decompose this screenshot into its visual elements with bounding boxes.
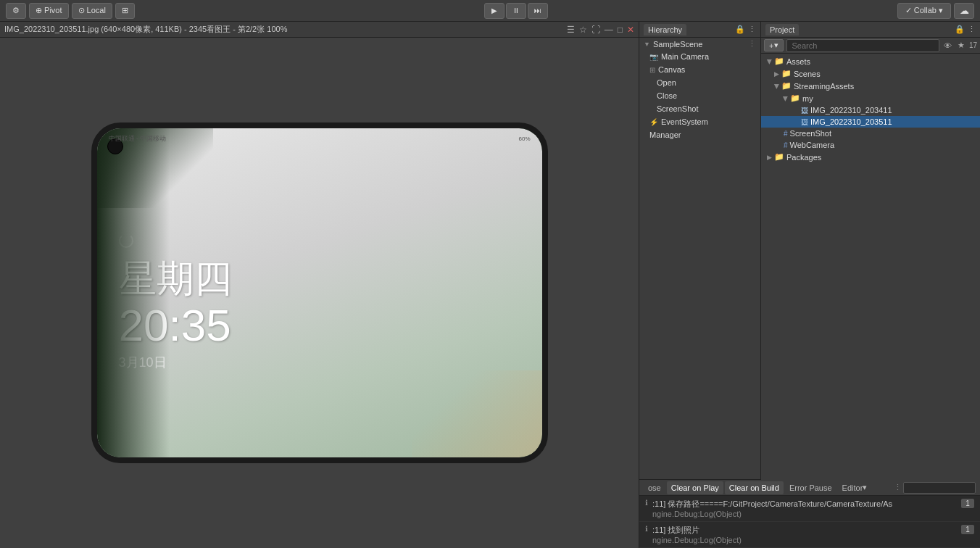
- tree-item-my[interactable]: ▶ 📁 my: [761, 92, 980, 104]
- project-lock-icon[interactable]: 🔒: [955, 25, 965, 34]
- hierarchy-item-label: Open: [657, 78, 676, 87]
- panels-row: Hierarchy 🔒 ⋮ ▼ SampleScene ⋮ 📷 Main Cam…: [639, 22, 980, 480]
- tree-item-label: IMG_2022310_203511: [810, 117, 892, 126]
- tree-item-webcamera[interactable]: # WebCamera: [761, 139, 980, 151]
- tree-item-scenes[interactable]: ▶ 📁 Scenes: [761, 67, 980, 80]
- script-icon: #: [784, 130, 788, 138]
- pause-button[interactable]: ⏸: [506, 3, 526, 19]
- hierarchy-item[interactable]: Manager: [639, 128, 760, 141]
- tree-item-label: ScreenShot: [790, 129, 831, 138]
- add-button[interactable]: + ▾: [764, 39, 784, 51]
- pivot-button[interactable]: ⊕ Pivot: [29, 3, 69, 19]
- item-icon: ⊞: [649, 66, 655, 74]
- folder-icon: 📁: [774, 57, 784, 66]
- viewer-controls: ☰ ☆ ⛶ — □ ✕: [567, 25, 634, 35]
- tree-item-img-203411[interactable]: 🖼 IMG_2022310_203411: [761, 104, 980, 116]
- triangle-icon: ▶: [767, 154, 772, 161]
- eye-icon[interactable]: 👁: [942, 40, 953, 51]
- cloud-button[interactable]: ☁: [954, 3, 974, 19]
- pivot-label: ⊕ Pivot: [36, 6, 62, 15]
- folder-icon: 📁: [781, 81, 792, 91]
- project-search-input[interactable]: [786, 39, 939, 52]
- log-main-text: :11] 找到照片: [652, 525, 957, 536]
- tree-item-img-203511[interactable]: 🖼 IMG_2022310_203511: [761, 116, 980, 128]
- hierarchy-item[interactable]: ⚡ EventSystem: [639, 115, 760, 128]
- log-item-1[interactable]: ℹ :11] 找到照片 ngine.Debug:Log(Object) 1: [639, 522, 980, 548]
- phone-battery: 60%: [518, 136, 530, 142]
- collab-button[interactable]: ✓ Collab ▾: [897, 3, 951, 19]
- project-tab[interactable]: Project: [765, 24, 799, 36]
- play-button[interactable]: ▶: [484, 3, 504, 19]
- viewer-menu-icon[interactable]: ☰: [567, 25, 575, 35]
- left-overlay: [97, 128, 170, 457]
- triangle-open-icon: ▶: [782, 96, 789, 101]
- console-panel: ose Clear on Play Clear on Build Error P…: [639, 480, 980, 548]
- console-close-btn[interactable]: ose: [644, 481, 665, 494]
- tree-item-label: my: [802, 94, 813, 103]
- triangle-icon: ▼: [644, 41, 650, 48]
- scene-name: SampleScene: [653, 40, 703, 49]
- log-sub-text: ngine.Debug:Log(Object): [652, 510, 957, 518]
- collab-label: ✓ Collab: [905, 6, 937, 15]
- step-button[interactable]: ⏭: [528, 3, 548, 19]
- console-content: ℹ :11] 保存路径=====F:/GitProject/CameraText…: [639, 496, 980, 548]
- star-icon[interactable]: ★: [956, 39, 966, 51]
- hierarchy-more-icon[interactable]: ⋮: [748, 25, 756, 34]
- error-pause-btn[interactable]: Error Pause: [785, 481, 836, 494]
- camera-icon: 📷: [649, 53, 658, 61]
- main-content: IMG_2022310_203511.jpg (640×480像素, 411KB…: [0, 22, 980, 548]
- project-count: 17: [969, 41, 977, 49]
- hierarchy-scene[interactable]: ▼ SampleScene ⋮: [639, 38, 760, 50]
- tree-item-label: Packages: [786, 153, 821, 162]
- project-more-icon[interactable]: ⋮: [968, 25, 976, 34]
- hierarchy-item[interactable]: Open: [639, 76, 760, 89]
- tree-item-streamingassets[interactable]: ▶ 📁 StreamingAssets: [761, 80, 980, 92]
- viewer-title: IMG_2022310_203511.jpg (640×480像素, 411KB…: [4, 24, 562, 35]
- log-icon: ℹ: [645, 525, 648, 533]
- console-more-icon[interactable]: ⋮: [894, 483, 902, 492]
- hierarchy-tab[interactable]: Hierarchy: [644, 24, 686, 36]
- hierarchy-item[interactable]: Close: [639, 89, 760, 102]
- viewer-fullscreen-icon[interactable]: ⛶: [591, 25, 600, 35]
- editor-btn[interactable]: Editor ▾: [838, 481, 872, 494]
- log-item-0[interactable]: ℹ :11] 保存路径=====F:/GitProject/CameraText…: [639, 496, 980, 522]
- console-search-input[interactable]: [903, 482, 976, 494]
- tree-item-label: WebCamera: [790, 141, 835, 149]
- local-button[interactable]: ⊙ Local: [72, 3, 112, 19]
- clear-on-play-btn[interactable]: Clear on Play: [667, 481, 723, 494]
- hierarchy-item[interactable]: ScreenShot: [639, 102, 760, 115]
- local-label: ⊙ Local: [78, 6, 106, 15]
- hierarchy-panel: Hierarchy 🔒 ⋮ ▼ SampleScene ⋮ 📷 Main Cam…: [639, 22, 761, 480]
- viewer-restore-icon[interactable]: □: [618, 25, 623, 35]
- scene-more-icon[interactable]: ⋮: [748, 39, 756, 49]
- clear-on-build-label: Clear on Build: [729, 483, 779, 492]
- tree-item-packages[interactable]: ▶ 📁 Packages: [761, 151, 980, 163]
- hierarchy-item-label: Canvas: [658, 65, 685, 74]
- tree-item-assets[interactable]: ▶ 📁 Assets: [761, 55, 980, 67]
- play-controls: ▶ ⏸ ⏭: [484, 3, 548, 19]
- tree-item-label: Scenes: [794, 70, 821, 78]
- tools-icon: ⚙: [12, 6, 20, 15]
- hierarchy-item[interactable]: ⊞ Canvas: [639, 63, 760, 76]
- triangle-open-icon: ▶: [773, 83, 781, 88]
- editor-label: Editor: [842, 483, 863, 492]
- collab-dropdown-icon: ▾: [939, 6, 943, 15]
- add-dropdown-icon: ▾: [774, 41, 778, 50]
- console-close-label: ose: [648, 483, 661, 492]
- viewer-bookmark-icon[interactable]: ☆: [579, 25, 587, 35]
- log-text: :11] 保存路径=====F:/GitProject/CameraTextur…: [652, 499, 957, 518]
- tools-button[interactable]: ⚙: [6, 3, 26, 19]
- project-panel: Project 🔒 ⋮ + ▾ 👁 ★ 17: [761, 22, 980, 480]
- file-icon: 🖼: [801, 107, 808, 115]
- tree-item-screenshot[interactable]: # ScreenShot: [761, 128, 980, 139]
- hierarchy-lock-icon[interactable]: 🔒: [735, 25, 745, 34]
- phone-carrier: 中国联通 - 中国移动: [109, 134, 167, 144]
- viewer-close-icon[interactable]: ✕: [627, 25, 634, 35]
- hierarchy-item[interactable]: 📷 Main Camera: [639, 50, 760, 63]
- phone-time: 20:35: [119, 303, 520, 348]
- grid-button[interactable]: ⊞: [115, 3, 135, 19]
- hierarchy-item-label: EventSystem: [661, 117, 708, 126]
- log-main-text: :11] 保存路径=====F:/GitProject/CameraTextur…: [652, 499, 957, 510]
- clear-on-build-btn[interactable]: Clear on Build: [725, 481, 784, 494]
- viewer-minimize-icon[interactable]: —: [605, 25, 613, 35]
